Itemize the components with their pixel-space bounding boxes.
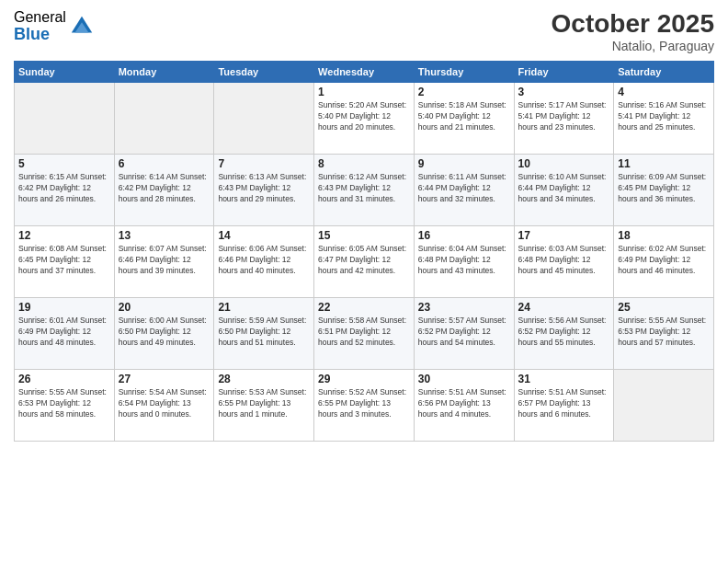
cell-w2-d2: 14Sunrise: 6:06 AM Sunset: 6:46 PM Dayli… xyxy=(214,226,314,298)
day-number-27: 27 xyxy=(119,373,210,385)
day-number-17: 17 xyxy=(518,229,610,242)
day-info-29: Sunrise: 5:52 AM Sunset: 6:55 PM Dayligh… xyxy=(318,387,410,420)
day-number-24: 24 xyxy=(518,301,610,314)
logo-blue: Blue xyxy=(14,26,66,44)
day-number-29: 29 xyxy=(318,373,410,385)
cell-w2-d3: 15Sunrise: 6:05 AM Sunset: 6:47 PM Dayli… xyxy=(314,226,415,298)
day-number-3: 3 xyxy=(518,86,610,98)
cell-w1-d0: 5Sunrise: 6:15 AM Sunset: 6:42 PM Daylig… xyxy=(15,155,115,226)
day-info-4: Sunrise: 5:16 AM Sunset: 5:41 PM Dayligh… xyxy=(618,100,710,133)
day-info-30: Sunrise: 5:51 AM Sunset: 6:56 PM Dayligh… xyxy=(418,387,510,420)
cell-w2-d4: 16Sunrise: 6:04 AM Sunset: 6:48 PM Dayli… xyxy=(414,226,514,298)
day-info-24: Sunrise: 5:56 AM Sunset: 6:52 PM Dayligh… xyxy=(518,316,610,349)
cell-w2-d5: 17Sunrise: 6:03 AM Sunset: 6:48 PM Dayli… xyxy=(514,226,614,298)
day-number-15: 15 xyxy=(318,229,410,242)
day-number-12: 12 xyxy=(18,229,110,242)
day-number-30: 30 xyxy=(418,373,510,385)
cell-w4-d1: 27Sunrise: 5:54 AM Sunset: 6:54 PM Dayli… xyxy=(114,370,214,442)
day-number-7: 7 xyxy=(218,157,310,170)
cell-w4-d5: 31Sunrise: 5:51 AM Sunset: 6:57 PM Dayli… xyxy=(514,370,614,442)
day-number-13: 13 xyxy=(119,229,210,242)
day-info-26: Sunrise: 5:55 AM Sunset: 6:53 PM Dayligh… xyxy=(18,387,110,420)
header-saturday: Saturday xyxy=(614,62,714,83)
day-info-25: Sunrise: 5:55 AM Sunset: 6:53 PM Dayligh… xyxy=(618,316,710,349)
day-number-31: 31 xyxy=(518,373,610,385)
header-thursday: Thursday xyxy=(414,62,514,83)
day-info-1: Sunrise: 5:20 AM Sunset: 5:40 PM Dayligh… xyxy=(318,100,410,133)
cell-w0-d6: 4Sunrise: 5:16 AM Sunset: 5:41 PM Daylig… xyxy=(614,83,714,155)
day-info-11: Sunrise: 6:09 AM Sunset: 6:45 PM Dayligh… xyxy=(618,172,710,205)
header-monday: Monday xyxy=(114,62,214,83)
day-number-8: 8 xyxy=(318,157,410,170)
cell-w3-d2: 21Sunrise: 5:59 AM Sunset: 6:50 PM Dayli… xyxy=(214,298,314,370)
logo-general: General xyxy=(14,9,66,26)
cell-w1-d4: 9Sunrise: 6:11 AM Sunset: 6:44 PM Daylig… xyxy=(414,155,514,226)
day-info-22: Sunrise: 5:58 AM Sunset: 6:51 PM Dayligh… xyxy=(318,316,410,349)
day-info-23: Sunrise: 5:57 AM Sunset: 6:52 PM Dayligh… xyxy=(418,316,510,349)
day-number-22: 22 xyxy=(318,301,410,314)
day-info-14: Sunrise: 6:06 AM Sunset: 6:46 PM Dayligh… xyxy=(218,244,310,277)
day-info-18: Sunrise: 6:02 AM Sunset: 6:49 PM Dayligh… xyxy=(618,244,710,277)
cell-w1-d3: 8Sunrise: 6:12 AM Sunset: 6:43 PM Daylig… xyxy=(314,155,415,226)
day-number-6: 6 xyxy=(119,157,210,170)
logo: General Blue xyxy=(14,9,95,43)
header: General Blue October 2025 Natalio, Parag… xyxy=(14,9,714,53)
cell-w3-d3: 22Sunrise: 5:58 AM Sunset: 6:51 PM Dayli… xyxy=(314,298,415,370)
cell-w2-d0: 12Sunrise: 6:08 AM Sunset: 6:45 PM Dayli… xyxy=(15,226,115,298)
day-info-5: Sunrise: 6:15 AM Sunset: 6:42 PM Dayligh… xyxy=(18,172,110,205)
day-number-14: 14 xyxy=(218,229,310,242)
cell-w3-d1: 20Sunrise: 6:00 AM Sunset: 6:50 PM Dayli… xyxy=(114,298,214,370)
day-info-9: Sunrise: 6:11 AM Sunset: 6:44 PM Dayligh… xyxy=(418,172,510,205)
day-number-5: 5 xyxy=(18,157,110,170)
cell-w4-d4: 30Sunrise: 5:51 AM Sunset: 6:56 PM Dayli… xyxy=(414,370,514,442)
title-area: October 2025 Natalio, Paraguay xyxy=(552,9,714,53)
day-info-15: Sunrise: 6:05 AM Sunset: 6:47 PM Dayligh… xyxy=(318,244,410,277)
day-info-31: Sunrise: 5:51 AM Sunset: 6:57 PM Dayligh… xyxy=(518,387,610,420)
cell-w0-d0 xyxy=(15,83,115,155)
cell-w1-d5: 10Sunrise: 6:10 AM Sunset: 6:44 PM Dayli… xyxy=(514,155,614,226)
cell-w3-d4: 23Sunrise: 5:57 AM Sunset: 6:52 PM Dayli… xyxy=(414,298,514,370)
day-number-9: 9 xyxy=(418,157,510,170)
cell-w4-d0: 26Sunrise: 5:55 AM Sunset: 6:53 PM Dayli… xyxy=(15,370,115,442)
day-info-7: Sunrise: 6:13 AM Sunset: 6:43 PM Dayligh… xyxy=(218,172,310,205)
day-info-10: Sunrise: 6:10 AM Sunset: 6:44 PM Dayligh… xyxy=(518,172,610,205)
day-number-16: 16 xyxy=(418,229,510,242)
cell-w0-d1 xyxy=(114,83,214,155)
day-number-11: 11 xyxy=(618,157,710,170)
cell-w3-d6: 25Sunrise: 5:55 AM Sunset: 6:53 PM Dayli… xyxy=(614,298,714,370)
week-row-0: 1Sunrise: 5:20 AM Sunset: 5:40 PM Daylig… xyxy=(15,83,714,155)
day-number-1: 1 xyxy=(318,86,410,98)
day-number-28: 28 xyxy=(218,373,310,385)
day-number-21: 21 xyxy=(218,301,310,314)
subtitle: Natalio, Paraguay xyxy=(552,39,714,53)
cell-w1-d1: 6Sunrise: 6:14 AM Sunset: 6:42 PM Daylig… xyxy=(114,155,214,226)
day-info-12: Sunrise: 6:08 AM Sunset: 6:45 PM Dayligh… xyxy=(18,244,110,277)
cell-w0-d5: 3Sunrise: 5:17 AM Sunset: 5:41 PM Daylig… xyxy=(514,83,614,155)
week-row-1: 5Sunrise: 6:15 AM Sunset: 6:42 PM Daylig… xyxy=(15,155,714,226)
cell-w0-d2 xyxy=(214,83,314,155)
day-info-21: Sunrise: 5:59 AM Sunset: 6:50 PM Dayligh… xyxy=(218,316,310,349)
header-wednesday: Wednesday xyxy=(314,62,415,83)
cell-w1-d6: 11Sunrise: 6:09 AM Sunset: 6:45 PM Dayli… xyxy=(614,155,714,226)
day-info-2: Sunrise: 5:18 AM Sunset: 5:40 PM Dayligh… xyxy=(418,100,510,133)
cell-w4-d3: 29Sunrise: 5:52 AM Sunset: 6:55 PM Dayli… xyxy=(314,370,415,442)
day-info-3: Sunrise: 5:17 AM Sunset: 5:41 PM Dayligh… xyxy=(518,100,610,133)
day-info-6: Sunrise: 6:14 AM Sunset: 6:42 PM Dayligh… xyxy=(119,172,210,205)
calendar-table: Sunday Monday Tuesday Wednesday Thursday… xyxy=(14,61,714,442)
cell-w3-d0: 19Sunrise: 6:01 AM Sunset: 6:49 PM Dayli… xyxy=(15,298,115,370)
day-info-17: Sunrise: 6:03 AM Sunset: 6:48 PM Dayligh… xyxy=(518,244,610,277)
logo-text: General Blue xyxy=(14,9,66,43)
day-number-20: 20 xyxy=(119,301,210,314)
day-number-18: 18 xyxy=(618,229,710,242)
day-number-4: 4 xyxy=(618,86,710,98)
day-info-8: Sunrise: 6:12 AM Sunset: 6:43 PM Dayligh… xyxy=(318,172,410,205)
day-number-23: 23 xyxy=(418,301,510,314)
day-info-16: Sunrise: 6:04 AM Sunset: 6:48 PM Dayligh… xyxy=(418,244,510,277)
cell-w1-d2: 7Sunrise: 6:13 AM Sunset: 6:43 PM Daylig… xyxy=(214,155,314,226)
page: General Blue October 2025 Natalio, Parag… xyxy=(0,0,728,563)
cell-w0-d4: 2Sunrise: 5:18 AM Sunset: 5:40 PM Daylig… xyxy=(414,83,514,155)
day-info-13: Sunrise: 6:07 AM Sunset: 6:46 PM Dayligh… xyxy=(119,244,210,277)
day-number-26: 26 xyxy=(18,373,110,385)
day-info-28: Sunrise: 5:53 AM Sunset: 6:55 PM Dayligh… xyxy=(218,387,310,420)
week-row-4: 26Sunrise: 5:55 AM Sunset: 6:53 PM Dayli… xyxy=(15,370,714,442)
